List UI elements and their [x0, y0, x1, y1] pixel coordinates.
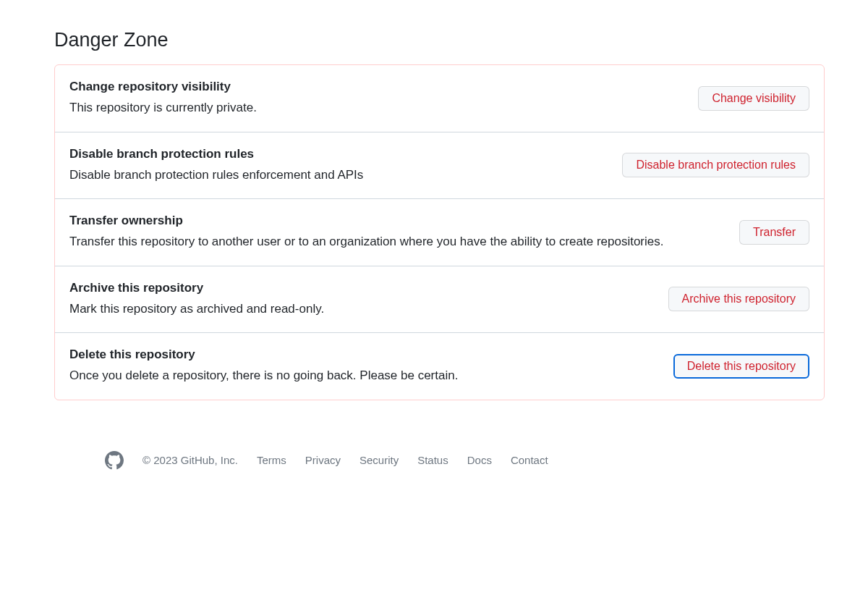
- delete-repository-title: Delete this repository: [69, 347, 656, 362]
- danger-zone-box: Change repository visibility This reposi…: [54, 64, 825, 400]
- footer-link-status[interactable]: Status: [417, 454, 448, 466]
- transfer-ownership-row: Transfer ownership Transfer this reposit…: [55, 199, 824, 266]
- disable-branch-protection-title: Disable branch protection rules: [69, 147, 605, 161]
- danger-zone-heading: Danger Zone: [54, 29, 825, 51]
- github-logo-icon: [105, 451, 124, 470]
- transfer-ownership-desc: Transfer this repository to another user…: [69, 232, 722, 251]
- footer-link-privacy[interactable]: Privacy: [305, 454, 341, 466]
- disable-branch-protection-row: Disable branch protection rules Disable …: [55, 132, 824, 200]
- transfer-button[interactable]: Transfer: [739, 220, 809, 245]
- transfer-ownership-title: Transfer ownership: [69, 214, 722, 228]
- footer-link-docs[interactable]: Docs: [467, 454, 492, 466]
- archive-repository-text: Archive this repository Mark this reposi…: [69, 281, 651, 319]
- change-visibility-text: Change repository visibility This reposi…: [69, 80, 681, 117]
- transfer-ownership-text: Transfer ownership Transfer this reposit…: [69, 214, 722, 251]
- footer-copyright: © 2023 GitHub, Inc.: [142, 454, 238, 466]
- archive-repository-desc: Mark this repository as archived and rea…: [69, 300, 651, 319]
- footer-link-contact[interactable]: Contact: [511, 454, 548, 466]
- disable-branch-protection-text: Disable branch protection rules Disable …: [69, 147, 605, 185]
- delete-repository-button[interactable]: Delete this repository: [673, 354, 809, 379]
- archive-repository-row: Archive this repository Mark this reposi…: [55, 266, 824, 334]
- footer-link-terms[interactable]: Terms: [257, 454, 286, 466]
- footer-links: Terms Privacy Security Status Docs Conta…: [257, 454, 548, 466]
- footer-link-security[interactable]: Security: [359, 454, 399, 466]
- archive-repository-button[interactable]: Archive this repository: [668, 287, 809, 311]
- disable-branch-protection-desc: Disable branch protection rules enforcem…: [69, 166, 605, 185]
- delete-repository-text: Delete this repository Once you delete a…: [69, 347, 656, 385]
- archive-repository-title: Archive this repository: [69, 281, 651, 295]
- disable-branch-protection-button[interactable]: Disable branch protection rules: [622, 153, 809, 177]
- change-visibility-button[interactable]: Change visibility: [698, 86, 809, 111]
- change-visibility-title: Change repository visibility: [69, 80, 681, 94]
- delete-repository-row: Delete this repository Once you delete a…: [55, 333, 824, 400]
- change-visibility-desc: This repository is currently private.: [69, 98, 681, 117]
- delete-repository-desc: Once you delete a repository, there is n…: [69, 366, 656, 385]
- footer: © 2023 GitHub, Inc. Terms Privacy Securi…: [54, 451, 825, 470]
- change-visibility-row: Change repository visibility This reposi…: [55, 65, 824, 132]
